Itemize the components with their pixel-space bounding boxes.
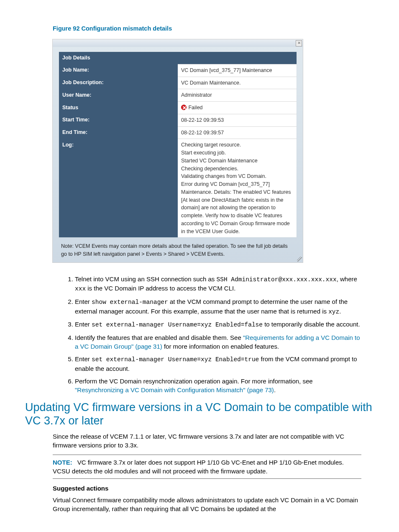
list-item: Enter set external-manager Username=xyz …: [75, 320, 361, 329]
table-row: Job Name: VC Domain [vcd_375_77] Mainten…: [59, 64, 297, 77]
list-item: Enter set external-manager Username=xyz …: [75, 355, 361, 373]
job-desc-label: Job Description:: [59, 77, 178, 89]
section-title: Updating VC firmware versions in a VC Do…: [25, 401, 374, 428]
step-text: Enter: [75, 321, 92, 328]
steps-list: Telnet into VCM using an SSH connection …: [65, 275, 361, 395]
step-text: Enter: [75, 298, 92, 305]
user-name-value: Administrator: [178, 89, 297, 102]
table-row: Log: Checking target resource.Start exec…: [59, 139, 297, 238]
step-text: Telnet into VCM using an SSH connection …: [75, 275, 217, 283]
table-row: End Time: 08-22-12 09:39:57: [59, 126, 297, 139]
step-text: , where: [337, 275, 357, 283]
inline-code: show external-manager: [92, 299, 168, 306]
note-body: VC firmware 3.7x or later does not suppo…: [53, 459, 344, 475]
suggested-actions-heading: Suggested actions: [53, 484, 374, 493]
end-time-label: End Time:: [59, 126, 178, 139]
table-row: Status Failed: [59, 102, 297, 114]
user-name-label: User Name:: [59, 89, 178, 102]
log-value: Checking target resource.Start executing…: [178, 139, 297, 238]
step-text: .: [274, 386, 276, 393]
status-label: Status: [59, 102, 178, 114]
log-label: Log:: [59, 139, 178, 238]
error-icon: [181, 105, 187, 110]
dialog-title: Job Details: [59, 52, 297, 64]
step-text: Enter: [75, 355, 92, 362]
step-text: to temporarily disable the account.: [263, 321, 360, 328]
resize-grip-icon[interactable]: [297, 257, 302, 262]
step-text: Perform the VC Domain resynchronization …: [75, 378, 313, 385]
inline-code: set external-manager Username=xyz Enable…: [92, 321, 263, 328]
note-label: NOTE:: [53, 459, 72, 466]
dialog-header: ✕: [53, 39, 303, 47]
job-desc-value: VC Domain Maintenance.: [178, 77, 297, 89]
list-item: Identify the features that are enabled a…: [75, 333, 361, 351]
dialog-note: Note: VCEM Events may contain more detai…: [53, 241, 303, 262]
inline-code: xyz: [328, 308, 339, 315]
steps-block: Telnet into VCM using an SSH connection …: [65, 275, 361, 395]
end-time-value: 08-22-12 09:39:57: [178, 126, 297, 139]
job-details-dialog: ✕ Job Details Job Name: VC Domain [vcd_3…: [52, 39, 303, 263]
table-row: Job Description: VC Domain Maintenance.: [59, 77, 297, 89]
step-text: is the VC Domain IP address to access th…: [86, 285, 235, 292]
step-text: .: [339, 308, 341, 315]
start-time-label: Start Time:: [59, 114, 178, 126]
table-row: User Name: Administrator: [59, 89, 297, 102]
step-text: for more information on enabled features…: [162, 343, 279, 350]
job-details-table: Job Details Job Name: VC Domain [vcd_375…: [59, 52, 297, 237]
status-value: Failed: [178, 102, 297, 114]
list-item: Perform the VC Domain resynchronization …: [75, 377, 361, 395]
list-item: Enter show external-manager at the VCM c…: [75, 297, 361, 316]
start-time-value: 08-22-12 09:39:53: [178, 114, 297, 126]
job-name-label: Job Name:: [59, 64, 178, 77]
status-text: Failed: [188, 105, 202, 111]
inline-code: SSH Administrator@xxx.xxx.xxx.xxx: [217, 276, 337, 283]
cross-ref-link[interactable]: "Resynchronizing a VC Domain with Config…: [75, 386, 274, 393]
note-box: NOTE:VC firmware 3.7x or later does not …: [53, 455, 361, 479]
figure-caption: Figure 92 Configuration mismatch details: [53, 24, 374, 33]
inline-code: xxx: [75, 285, 86, 292]
list-item: Telnet into VCM using an SSH connection …: [75, 275, 361, 293]
dialog-body: Job Details Job Name: VC Domain [vcd_375…: [59, 52, 297, 237]
close-icon[interactable]: ✕: [296, 40, 302, 46]
inline-code: set external-manager Username=xyz Enable…: [92, 356, 259, 363]
body-paragraph: Since the release of VCEM 7.1.1 or later…: [53, 432, 361, 450]
table-row: Start Time: 08-22-12 09:39:53: [59, 114, 297, 126]
job-name-value: VC Domain [vcd_375_77] Maintenance: [178, 64, 297, 77]
body-paragraph: Virtual Connect firmware compatibility m…: [53, 496, 361, 514]
step-text: Identify the features that are enabled a…: [75, 334, 243, 341]
